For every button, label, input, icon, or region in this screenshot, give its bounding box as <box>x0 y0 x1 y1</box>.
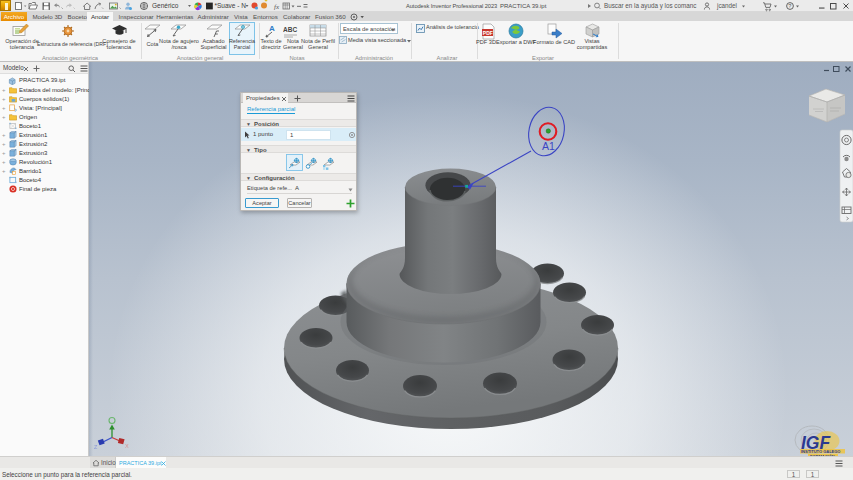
svg-text:X: X <box>125 443 129 449</box>
svg-text:A1: A1 <box>542 140 555 152</box>
svg-text:ABC: ABC <box>283 26 297 33</box>
svg-text:*Suave - N: *Suave - N <box>215 2 247 9</box>
svg-text:Genérico: Genérico <box>152 2 179 9</box>
svg-text:A: A <box>269 24 275 33</box>
svg-text:PDF: PDF <box>483 30 493 36</box>
svg-text:Z: Z <box>94 444 98 450</box>
svg-text:fx: fx <box>274 3 280 11</box>
svg-text:jcandel: jcandel <box>716 2 737 10</box>
svg-text:?: ? <box>788 3 791 9</box>
svg-text:Buscar en la ayuda y los coman: Buscar en la ayuda y los comanc <box>604 2 696 10</box>
